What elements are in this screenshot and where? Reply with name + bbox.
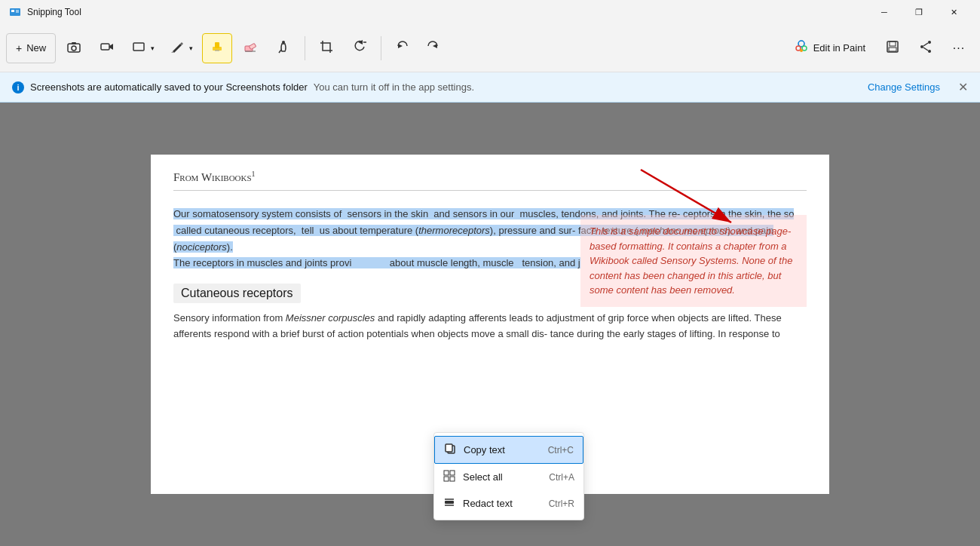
- select-all-shortcut: Ctrl+A: [549, 472, 574, 483]
- svg-line-27: [923, 43, 928, 46]
- svg-rect-23: [889, 48, 896, 51]
- svg-point-24: [928, 41, 931, 44]
- svg-rect-7: [101, 44, 109, 50]
- app-icon: [9, 6, 21, 18]
- document-area: From Wikibooks1 Our somatosensory system…: [151, 155, 829, 494]
- highlighter-button[interactable]: [202, 33, 232, 63]
- svg-point-26: [920, 45, 923, 48]
- plus-icon: +: [16, 42, 22, 54]
- svg-rect-10: [215, 42, 219, 48]
- annotation-text: This is a sample document to showcase pa…: [590, 225, 792, 296]
- eraser-button[interactable]: [235, 33, 265, 63]
- annotation-box: This is a sample document to showcase pa…: [580, 215, 807, 307]
- svg-rect-30: [446, 444, 452, 452]
- svg-rect-33: [444, 477, 449, 481]
- redact-shortcut: Ctrl+R: [549, 498, 574, 509]
- svg-point-25: [928, 50, 931, 53]
- svg-point-20: [800, 49, 803, 52]
- more-button[interactable]: ···: [944, 33, 974, 63]
- new-button[interactable]: + New: [6, 33, 56, 63]
- separator-2: [381, 36, 381, 60]
- svg-rect-8: [133, 43, 144, 51]
- copy-icon: [444, 443, 456, 457]
- highlighter-icon: [210, 39, 225, 57]
- save-icon: [885, 39, 900, 57]
- svg-rect-35: [445, 501, 454, 504]
- svg-line-28: [923, 48, 928, 51]
- right-toolbar: Edit in Paint: [785, 33, 974, 63]
- svg-rect-1: [11, 10, 14, 12]
- rotate-icon: [352, 39, 367, 57]
- crop-button[interactable]: [311, 33, 341, 63]
- change-settings-link[interactable]: Change Settings: [868, 81, 940, 93]
- edit-in-paint-label: Edit in Paint: [813, 42, 865, 54]
- svg-rect-22: [890, 41, 896, 46]
- undo-redo-group: [387, 33, 448, 63]
- copy-label: Copy text: [464, 444, 505, 456]
- info-icon: i: [12, 81, 24, 94]
- rotate-button[interactable]: [345, 33, 375, 63]
- video-button[interactable]: [92, 33, 122, 63]
- screenshot-button[interactable]: [59, 33, 89, 63]
- paint-icon: [794, 39, 809, 57]
- copy-shortcut: Ctrl+C: [548, 445, 574, 456]
- section-heading-text: Cutaneous receptors: [173, 284, 301, 303]
- eraser-icon: [243, 39, 258, 57]
- doc-header: From Wikibooks1: [173, 170, 807, 191]
- svg-rect-6: [72, 42, 76, 44]
- share-icon: [918, 39, 933, 57]
- redact-label: Redact text: [463, 498, 513, 509]
- close-button[interactable]: ✕: [936, 0, 971, 24]
- share-button[interactable]: [911, 33, 941, 63]
- svg-rect-32: [450, 471, 455, 475]
- edit-in-paint-button[interactable]: Edit in Paint: [785, 33, 874, 63]
- context-menu: Copy text Ctrl+C Select all Ctrl+A: [433, 432, 584, 520]
- more-icon: ···: [953, 41, 965, 55]
- maximize-button[interactable]: ❐: [902, 0, 936, 24]
- redo-icon: [425, 39, 440, 57]
- undo-icon: [395, 39, 410, 57]
- doc-superscript: 1: [252, 170, 256, 178]
- title-bar: Snipping Tool ─ ❐ ✕: [0, 0, 980, 24]
- svg-rect-34: [450, 477, 455, 481]
- context-menu-select-all[interactable]: Select all Ctrl+A: [434, 464, 583, 490]
- svg-point-19: [802, 46, 807, 51]
- app-title: Snipping Tool: [27, 7, 81, 17]
- shape-dropdown-button[interactable]: ▾: [125, 33, 161, 63]
- toolbar: + New ▾: [0, 24, 980, 72]
- italic-text-1: Meissner corpuscles: [286, 312, 375, 324]
- pen-chevron-icon: ▾: [189, 44, 193, 52]
- svg-point-5: [72, 46, 76, 51]
- undo-button[interactable]: [387, 33, 418, 63]
- shape-chevron-icon: ▾: [151, 44, 155, 52]
- rectangle-icon: [131, 39, 146, 57]
- context-menu-redact[interactable]: Redact text Ctrl+R: [434, 490, 583, 517]
- info-message: Screenshots are automatically saved to y…: [30, 81, 308, 93]
- svg-rect-31: [444, 471, 449, 475]
- redo-button[interactable]: [418, 33, 448, 63]
- pen-icon: [170, 39, 185, 57]
- info-bar: i Screenshots are automatically saved to…: [0, 72, 980, 103]
- touch-write-icon: [276, 39, 291, 57]
- video-icon: [100, 39, 115, 57]
- doc-title: From Wikibooks: [173, 171, 252, 183]
- window-controls: ─ ❐ ✕: [867, 0, 971, 24]
- crop-icon: [319, 39, 334, 57]
- touch-write-button[interactable]: [268, 33, 299, 63]
- select-all-icon: [443, 470, 455, 484]
- svg-rect-13: [249, 43, 256, 49]
- section-content: Sensory information from Meissner corpus…: [173, 311, 807, 342]
- info-close-button[interactable]: ✕: [958, 80, 968, 94]
- svg-point-18: [796, 46, 801, 51]
- pen-dropdown-button[interactable]: ▾: [164, 33, 199, 63]
- minimize-button[interactable]: ─: [867, 0, 902, 24]
- context-menu-copy[interactable]: Copy text Ctrl+C: [434, 436, 583, 464]
- info-sub-message: You can turn it off in the app settings.: [314, 81, 474, 93]
- redact-icon: [443, 496, 455, 511]
- select-all-label: Select all: [463, 471, 503, 483]
- main-content: From Wikibooks1 Our somatosensory system…: [0, 103, 980, 546]
- save-button[interactable]: [877, 33, 908, 63]
- camera-icon: [66, 39, 81, 57]
- new-label: New: [26, 42, 46, 54]
- separator-1: [305, 36, 305, 60]
